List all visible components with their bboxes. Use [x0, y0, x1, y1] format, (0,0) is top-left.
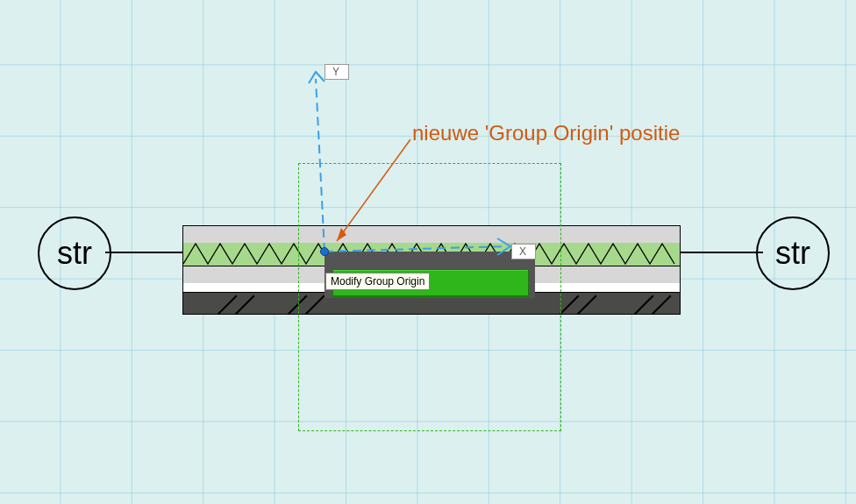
- cad-canvas[interactable]: Y X str str Modify Group Origin nieuwe '…: [0, 0, 856, 504]
- svg-line-4: [337, 139, 410, 241]
- annotation-arrow: [0, 0, 856, 504]
- annotation-text: nieuwe 'Group Origin' positie: [412, 121, 680, 146]
